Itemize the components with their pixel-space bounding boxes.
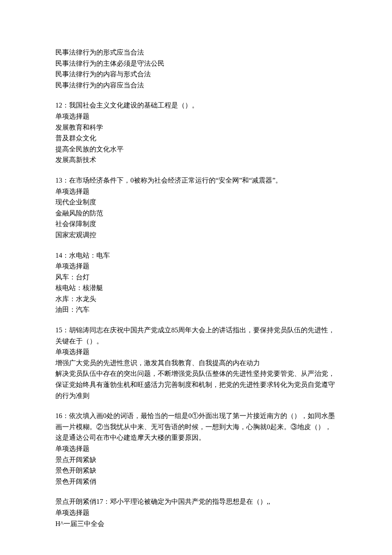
text-line: 增强广大党员的先进性意识，激发其自我教育、自我提高的内在动力 (55, 357, 337, 369)
text-line: 水库：水龙头 (55, 293, 337, 305)
text-line: 社会保障制度 (55, 218, 337, 230)
text-line: 油田：汽车 (55, 304, 337, 315)
text-block: 13：在市场经济条件下，0被称为社会经济正常运行的“安全网”和“减震器”。单项选… (55, 175, 337, 241)
text-line: 风车：台灯 (55, 272, 337, 283)
text-line: 12：我国社会主义文化建设的基础工程是（）。 (55, 100, 337, 111)
text-line: 单项选择题 (55, 261, 337, 272)
text-line: 国家宏观调控 (55, 230, 337, 241)
text-block: 15：胡锦涛同志在庆祝中国共产党成立85周年大会上的讲话指出，要保持党员队伍的先… (55, 325, 337, 401)
text-line: 16：依次填入画0处的词语，最恰当的一组是0①外面出现了第一片接近南方的（），如… (55, 410, 337, 443)
text-line: 民事法律行为的形式应当合法 (55, 47, 337, 58)
text-line: 单项选择题 (55, 186, 337, 197)
text-line: 发展教育和科学 (55, 122, 337, 133)
text-block: 12：我国社会主义文化建设的基础工程是（）。单项选择题发展教育和科学普及群众文化… (55, 100, 337, 166)
text-line: 核电站：核潜艇 (55, 282, 337, 293)
text-line: 14：水电站：电车 (55, 250, 337, 261)
text-line: 民事法律行为的内容与形式合法 (55, 69, 337, 80)
text-line: 景点开朗紧俏17：邓小平理论被确定为中国共产党的指导思想是在（）,, (55, 496, 337, 507)
text-line: 现代企业制度 (55, 197, 337, 208)
text-line: 发展高新技术 (55, 154, 337, 166)
text-line: 金融风险的防范 (55, 208, 337, 219)
text-line: 景点开阔紧缺 (55, 454, 337, 465)
text-block: 民事法律行为的形式应当合法民事法律行为的主体必须是守法公民民事法律行为的内容与形… (55, 47, 337, 90)
text-line: 13：在市场经济条件下，0被称为社会经济正常运行的“安全网”和“减震器”。 (55, 175, 337, 186)
text-line: 单项选择题 (55, 111, 337, 122)
text-line: 景色开阔紧俏 (55, 476, 337, 487)
text-line: 解决党员队伍中存在的突出问题，不断增强党员队伍整体的先进性坚持党要管党、从严治党… (55, 368, 337, 401)
text-line: 景色开朗紧缺 (55, 465, 337, 476)
text-line: 15：胡锦涛同志在庆祝中国共产党成立85周年大会上的讲话指出，要保持党员队伍的先… (55, 325, 337, 346)
document-content: 民事法律行为的形式应当合法民事法律行为的主体必须是守法公民民事法律行为的内容与形… (55, 47, 337, 529)
text-line: 单项选择题 (55, 507, 337, 518)
text-block: 景点开朗紧俏17：邓小平理论被确定为中国共产党的指导思想是在（）,,单项选择题H… (55, 496, 337, 529)
text-line: 单项选择题 (55, 443, 337, 454)
text-block: 16：依次填入画0处的词语，最恰当的一组是0①外面出现了第一片接近南方的（），如… (55, 410, 337, 487)
text-line: 民事法律行为的主体必须是守法公民 (55, 58, 337, 69)
text-line: H^一届三中全会 (55, 518, 337, 529)
document-page: 民事法律行为的形式应当合法民事法律行为的主体必须是守法公民民事法律行为的内容与形… (0, 0, 392, 555)
text-line: 单项选择题 (55, 346, 337, 357)
text-line: 民事法律行为的内容应当合法 (55, 80, 337, 91)
text-line: 提高全民族的文化水平 (55, 144, 337, 155)
text-block: 14：水电站：电车单项选择题风车：台灯核电站：核潜艇水库：水龙头油田：汽车 (55, 250, 337, 316)
text-line: 普及群众文化 (55, 133, 337, 144)
